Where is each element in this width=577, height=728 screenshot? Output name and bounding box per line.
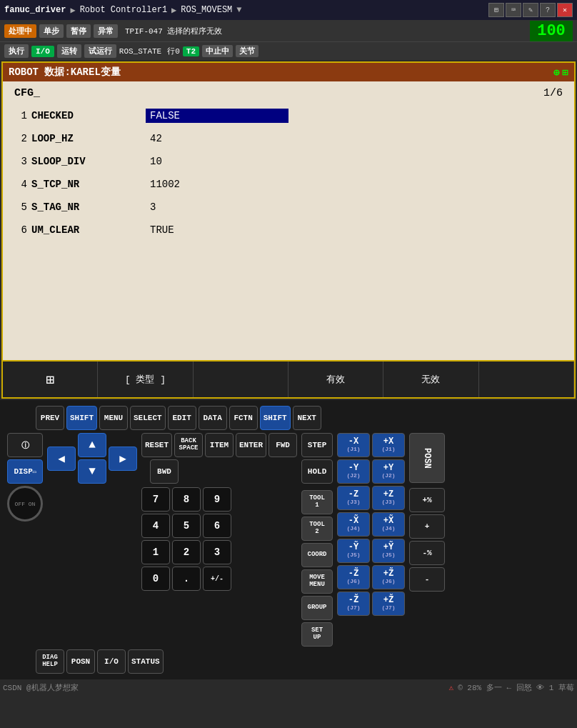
- badge-trial: 试运行: [84, 44, 116, 58]
- shift-button-left[interactable]: SHIFT: [66, 406, 97, 430]
- axis-zminus-j3[interactable]: -Z(J3): [337, 486, 370, 510]
- percent-plus-button[interactable]: +%: [409, 488, 445, 512]
- shift-button-right[interactable]: SHIFT: [260, 406, 291, 430]
- num-sign[interactable]: +/-: [203, 567, 231, 591]
- num-2[interactable]: 2: [172, 540, 201, 564]
- badge-off: 关节: [236, 45, 259, 57]
- func-btn-grid[interactable]: ⊞: [3, 361, 98, 397]
- reset-button[interactable]: RESET: [141, 433, 172, 457]
- close-icon[interactable]: ✕: [557, 3, 573, 17]
- num-dot[interactable]: .: [172, 567, 201, 591]
- fwd-button[interactable]: FWD: [269, 433, 297, 457]
- tool1-button[interactable]: TOOL1: [301, 490, 333, 514]
- keyboard-main-body: ⓘ DISP▭ OFF ON ◀ ▲ ▼ ▶ RESET BACKSPACE I…: [7, 433, 570, 647]
- plus-icon[interactable]: ⊕: [553, 66, 559, 79]
- row-value: 11002: [146, 177, 184, 191]
- select-button[interactable]: SELECT: [130, 406, 166, 430]
- posn-button[interactable]: POSN: [409, 433, 445, 483]
- axis-zplus-j3[interactable]: +Z(J3): [372, 486, 405, 510]
- axis-zplus-j7[interactable]: +Z̆(J7): [372, 592, 405, 616]
- keyboard-area: PREV SHIFT MENU SELECT EDIT DATA FCTN SH…: [0, 400, 577, 679]
- edit-icon[interactable]: ✎: [523, 3, 538, 17]
- axis-yplus-j2[interactable]: +Y(J2): [372, 459, 405, 484]
- left-arrow-button[interactable]: ◀: [47, 447, 76, 471]
- diag-help-button[interactable]: DIAGHELP: [36, 649, 64, 674]
- minus-button[interactable]: -: [409, 567, 445, 592]
- table-row[interactable]: 6UM_CLEARTRUE: [14, 219, 563, 241]
- hold-button[interactable]: HOLD: [301, 459, 333, 484]
- io-bottom-button[interactable]: I/O: [97, 649, 126, 674]
- func-btn-empty2: [479, 361, 574, 397]
- axis-yminus-j2[interactable]: -Y(J2): [337, 459, 370, 484]
- status-button[interactable]: STATUS: [128, 649, 164, 674]
- menu-button[interactable]: MENU: [99, 406, 128, 430]
- disp-button[interactable]: DISP▭: [7, 459, 43, 484]
- arrow1: ▶: [70, 5, 75, 16]
- app-title: fanuc_driver: [4, 5, 66, 15]
- num-5[interactable]: 5: [172, 514, 201, 538]
- coord-button[interactable]: COORD: [301, 543, 333, 567]
- table-row[interactable]: 3SLOOP_DIV10: [14, 151, 563, 172]
- axis-zminus-j7[interactable]: -Z̆(J7): [337, 592, 370, 616]
- move-menu-button[interactable]: MOVEMENU: [301, 569, 333, 594]
- enter-button[interactable]: ENTER: [236, 433, 266, 457]
- edit-button[interactable]: EDIT: [168, 406, 196, 430]
- num-4[interactable]: 4: [141, 514, 170, 538]
- grid-icon[interactable]: ⊞: [488, 3, 504, 17]
- posn-bottom-button[interactable]: POSN: [66, 649, 95, 674]
- info-button[interactable]: ⓘ: [7, 433, 43, 457]
- axis-xminus-j4[interactable]: -X̃(J4): [337, 512, 370, 537]
- badge-pause: 暂停: [66, 24, 91, 38]
- percent-minus-button[interactable]: -%: [409, 541, 445, 565]
- off-on-switch[interactable]: OFF ON: [7, 486, 43, 522]
- next-button[interactable]: NEXT: [293, 406, 321, 430]
- num-6[interactable]: 6: [203, 514, 231, 538]
- table-row[interactable]: 1CHECKEDFALSE: [14, 105, 563, 126]
- title-bar-icons: ⊞ ⌨ ✎ ? ✕: [488, 3, 573, 17]
- data-button[interactable]: DATA: [199, 406, 227, 430]
- tool2-button[interactable]: TOOL2: [301, 517, 333, 541]
- fctn-button[interactable]: FCTN: [229, 406, 258, 430]
- setup-button[interactable]: SETUP: [301, 622, 333, 647]
- item-button[interactable]: ITEM: [205, 433, 234, 457]
- row-label: SLOOP_DIV: [31, 156, 146, 167]
- step-button[interactable]: STEP: [301, 433, 333, 457]
- axis-xplus-j4[interactable]: +X̃(J4): [372, 512, 405, 537]
- expand-icon[interactable]: ⊞: [563, 66, 568, 79]
- func-btn-invalid[interactable]: 无效: [383, 361, 478, 397]
- prev-button[interactable]: PREV: [36, 406, 64, 430]
- bwd-button[interactable]: BWD: [150, 459, 179, 484]
- axis-zminus-j6[interactable]: -Z̃(J6): [337, 565, 370, 589]
- num-7[interactable]: 7: [141, 487, 170, 512]
- axis-yplus-j5[interactable]: +Ỹ(J5): [372, 539, 405, 563]
- down-arrow-button[interactable]: ▼: [78, 459, 106, 484]
- backspace-button[interactable]: BACKSPACE: [174, 433, 203, 457]
- plus-button[interactable]: +: [409, 514, 445, 539]
- axis-xminus-j1[interactable]: -X(J1): [337, 433, 370, 457]
- table-row[interactable]: 4S_TCP_NR11002: [14, 174, 563, 195]
- data-pagination: 1/6: [543, 87, 563, 99]
- table-row[interactable]: 5S_TAG_NR3: [14, 196, 563, 218]
- axis-xplus-j1[interactable]: +X(J1): [372, 433, 405, 457]
- func-btn-valid[interactable]: 有效: [288, 361, 383, 397]
- row-value[interactable]: FALSE: [146, 109, 288, 123]
- num-9[interactable]: 9: [203, 487, 231, 512]
- up-arrow-button[interactable]: ▲: [78, 433, 106, 457]
- keyboard-icon[interactable]: ⌨: [506, 3, 521, 17]
- right-arrow-button[interactable]: ▶: [109, 447, 137, 471]
- func-btn-type[interactable]: [ 类型 ]: [98, 361, 193, 397]
- help-icon[interactable]: ?: [540, 3, 556, 17]
- num-0[interactable]: 0: [141, 567, 170, 591]
- num-8[interactable]: 8: [172, 487, 201, 512]
- badge-run: 运转: [57, 44, 81, 58]
- group-button[interactable]: GROUP: [301, 596, 333, 620]
- axis-yminus-j5[interactable]: -Ỹ(J5): [337, 539, 370, 563]
- status-bar-1: 处理中 单步 暂停 异常 TPIF-047 选择的程序无效 100: [0, 20, 577, 41]
- program-label: ROS_MOVESM: [181, 5, 232, 15]
- axis-zplus-j6[interactable]: +Z̃(J6): [372, 565, 405, 589]
- status-bar-2: 执行 I/O 运转 试运行 ROS_STATE 行0 T2 中止中 关节: [0, 41, 577, 60]
- table-row[interactable]: 2LOOP_HZ42: [14, 128, 563, 149]
- num-1[interactable]: 1: [141, 540, 170, 564]
- arrow-row: ◀ ▲ ▼ ▶: [47, 433, 137, 484]
- num-3[interactable]: 3: [203, 540, 231, 564]
